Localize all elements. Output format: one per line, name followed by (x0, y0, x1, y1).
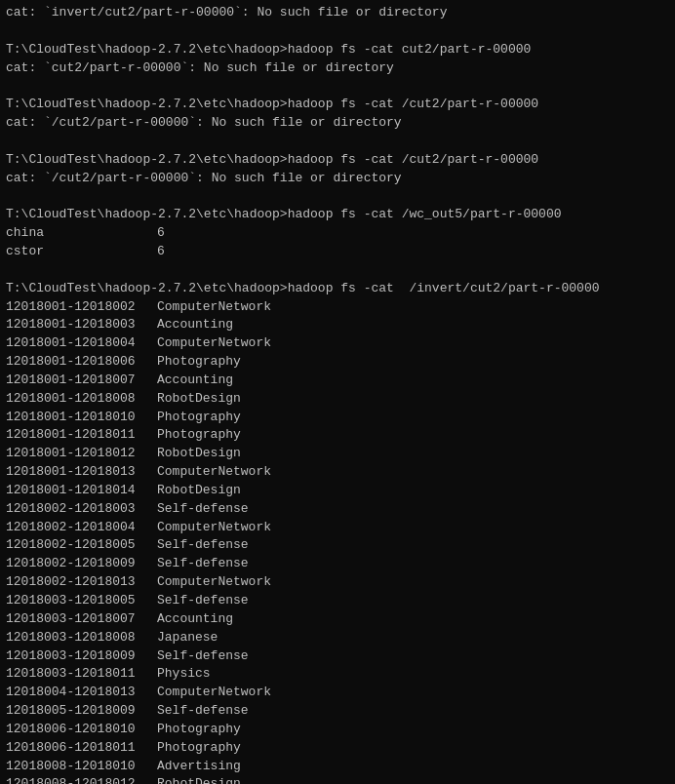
row-id: 12018008-12018012 (6, 775, 157, 784)
row-subject: Self-defense (157, 702, 249, 721)
row-subject: Self-defense (157, 500, 249, 519)
blank-line (6, 187, 669, 206)
command-line: T:\CloudTest\hadoop-2.7.2\etc\hadoop>had… (6, 206, 669, 224)
row-id: 12018002-12018009 (6, 555, 157, 573)
row-subject: Photography (157, 426, 241, 445)
row-id: 12018001-12018012 (6, 445, 157, 463)
row-id: 12018003-12018011 (6, 665, 157, 684)
data-row: 12018001-12018002ComputerNetwork (6, 298, 669, 317)
terminal-output: cat: `invert/cut2/part-r-00000`: No such… (6, 4, 669, 784)
row-subject: Accounting (157, 610, 233, 629)
error-line: cat: `invert/cut2/part-r-00000`: No such… (6, 4, 669, 22)
row-subject: Photography (157, 739, 241, 758)
row-id: 12018001-12018007 (6, 372, 157, 390)
row-id: 12018004-12018013 (6, 684, 157, 702)
row-id: 12018001-12018002 (6, 298, 157, 317)
command-line: T:\CloudTest\hadoop-2.7.2\etc\hadoop>had… (6, 41, 669, 59)
row-id: 12018003-12018007 (6, 610, 157, 629)
data-row: 12018004-12018013ComputerNetwork (6, 684, 669, 702)
data-row: 12018001-12018008RobotDesign (6, 390, 669, 409)
data-row: 12018001-12018014RobotDesign (6, 482, 669, 500)
error-line: cat: `/cut2/part-r-00000`: No such file … (6, 114, 669, 133)
command-line: T:\CloudTest\hadoop-2.7.2\etc\hadoop>had… (6, 280, 669, 298)
row-subject: ComputerNetwork (157, 334, 271, 353)
data-row: 12018001-12018013ComputerNetwork (6, 463, 669, 482)
data-row: 12018003-12018011Physics (6, 665, 669, 684)
row-subject: Advertising (157, 758, 241, 776)
row-subject: RobotDesign (157, 445, 241, 463)
data-row: 12018001-12018004ComputerNetwork (6, 334, 669, 353)
row-subject: ComputerNetwork (157, 463, 271, 482)
row-id: 12018003-12018009 (6, 647, 157, 666)
error-line: cat: `cut2/part-r-00000`: No such file o… (6, 59, 669, 78)
row-id: 12018001-12018006 (6, 353, 157, 372)
data-row: 12018003-12018005Self-defense (6, 592, 669, 610)
row-id: 12018002-12018003 (6, 500, 157, 519)
blank-line (6, 133, 669, 151)
data-row: 12018002-12018004ComputerNetwork (6, 519, 669, 537)
row-id: 12018001-12018014 (6, 482, 157, 500)
row-id: 12018001-12018003 (6, 316, 157, 334)
row-subject: RobotDesign (157, 482, 241, 500)
row-subject: 6 (157, 224, 165, 243)
data-row: 12018001-12018010Photography (6, 409, 669, 427)
command-line: T:\CloudTest\hadoop-2.7.2\etc\hadoop>had… (6, 96, 669, 114)
row-id: 12018001-12018008 (6, 390, 157, 409)
data-row: 12018001-12018006Photography (6, 353, 669, 372)
row-id: 12018006-12018010 (6, 721, 157, 739)
data-row: 12018001-12018003Accounting (6, 316, 669, 334)
data-row: 12018003-12018009Self-defense (6, 647, 669, 666)
row-subject: Self-defense (157, 555, 249, 573)
row-subject: Self-defense (157, 592, 249, 610)
row-subject: Self-defense (157, 536, 249, 555)
row-subject: RobotDesign (157, 775, 241, 784)
data-row: 12018002-12018013ComputerNetwork (6, 573, 669, 592)
row-subject: Accounting (157, 316, 233, 334)
row-id: 12018002-12018013 (6, 573, 157, 592)
blank-line (6, 22, 669, 41)
row-id: china (6, 224, 157, 243)
data-row: 12018002-12018005Self-defense (6, 536, 669, 555)
row-subject: Accounting (157, 372, 233, 390)
row-id: cstor (6, 243, 157, 261)
data-row: 12018002-12018003Self-defense (6, 500, 669, 519)
row-subject: Photography (157, 409, 241, 427)
blank-line (6, 77, 669, 96)
data-row: 12018001-12018011Photography (6, 426, 669, 445)
data-row: china6 (6, 224, 669, 243)
row-subject: Photography (157, 721, 241, 739)
row-subject: RobotDesign (157, 390, 241, 409)
data-row: 12018002-12018009Self-defense (6, 555, 669, 573)
row-id: 12018001-12018013 (6, 463, 157, 482)
data-row: 12018003-12018007Accounting (6, 610, 669, 629)
row-id: 12018001-12018011 (6, 426, 157, 445)
row-subject: 6 (157, 243, 165, 261)
row-subject: Physics (157, 665, 211, 684)
row-subject: Japanese (157, 629, 218, 647)
data-row: 12018003-12018008Japanese (6, 629, 669, 647)
row-subject: ComputerNetwork (157, 298, 271, 317)
row-subject: ComputerNetwork (157, 573, 271, 592)
row-subject: ComputerNetwork (157, 684, 271, 702)
data-row: cstor6 (6, 243, 669, 261)
row-subject: Photography (157, 353, 241, 372)
data-row: 12018001-12018007Accounting (6, 372, 669, 390)
blank-line (6, 261, 669, 280)
row-id: 12018002-12018005 (6, 536, 157, 555)
row-id: 12018003-12018005 (6, 592, 157, 610)
data-row: 12018005-12018009Self-defense (6, 702, 669, 721)
data-row: 12018008-12018012RobotDesign (6, 775, 669, 784)
row-id: 12018005-12018009 (6, 702, 157, 721)
data-row: 12018008-12018010Advertising (6, 758, 669, 776)
row-id: 12018001-12018010 (6, 409, 157, 427)
row-id: 12018002-12018004 (6, 519, 157, 537)
command-line: T:\CloudTest\hadoop-2.7.2\etc\hadoop>had… (6, 151, 669, 170)
data-row: 12018001-12018012RobotDesign (6, 445, 669, 463)
data-row: 12018006-12018010Photography (6, 721, 669, 739)
row-id: 12018008-12018010 (6, 758, 157, 776)
row-subject: ComputerNetwork (157, 519, 271, 537)
data-row: 12018006-12018011Photography (6, 739, 669, 758)
row-id: 12018001-12018004 (6, 334, 157, 353)
row-subject: Self-defense (157, 647, 249, 666)
error-line: cat: `/cut2/part-r-00000`: No such file … (6, 170, 669, 188)
